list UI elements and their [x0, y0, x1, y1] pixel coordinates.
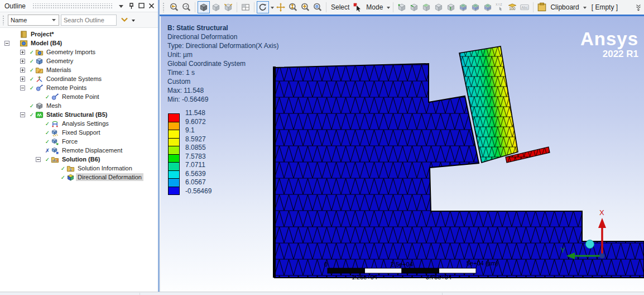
check-icon: ✓	[60, 174, 66, 180]
panel-menu-chevron-icon[interactable]	[117, 2, 126, 11]
mode-label[interactable]: Mode	[366, 3, 383, 11]
graphics-viewport[interactable]: X Y B: Static Structural Directional Def…	[161, 16, 644, 292]
check-icon: ✓	[45, 130, 50, 136]
pin-icon[interactable]	[127, 2, 136, 11]
wireframe-button[interactable]	[469, 1, 482, 13]
tree-item-geometry[interactable]: ✓ Geometry	[0, 56, 158, 65]
clipboard-icon[interactable]	[536, 1, 548, 13]
select-face-filter-button[interactable]	[420, 1, 432, 13]
rotate-dropdown-icon[interactable]	[270, 4, 275, 11]
ansys-release-text: 2022 R1	[580, 49, 638, 59]
tree-item-directional-deformation[interactable]: ✓ Directional Deformation	[0, 173, 158, 182]
tree-item-project[interactable]: Project*	[0, 30, 158, 39]
graphics-toolbar: Select Mode Clipboard [ Empty ]	[160, 0, 644, 15]
zoom-forward-button[interactable]	[180, 1, 193, 13]
filter-type-dropdown[interactable]: Name	[8, 15, 59, 26]
tree-item-force[interactable]: ✓ Force	[0, 137, 158, 146]
select-mode-cursor-icon[interactable]	[352, 1, 364, 13]
force-icon	[51, 137, 60, 146]
expand-expander-icon[interactable]	[20, 59, 25, 64]
expand-expander-icon[interactable]	[20, 68, 25, 73]
legend-value: 9.1	[185, 126, 212, 135]
tree-item-solution-information[interactable]: ✓ Solution Information	[0, 164, 158, 173]
status-bar	[0, 292, 644, 295]
tree-item-remote-point[interactable]: ✓ Remote Point	[0, 92, 158, 101]
collapse-expander-icon[interactable]	[4, 41, 9, 46]
tree-item-static-structural[interactable]: ✓ Static Structural (B5)	[0, 110, 158, 119]
collapse-expander-icon[interactable]	[20, 112, 25, 117]
toolbar-overflow-chevron-icon[interactable]	[634, 3, 643, 12]
clipboard-label[interactable]: Clipboard	[550, 3, 579, 11]
legend-swatch	[168, 138, 180, 147]
legend-swatch	[168, 122, 180, 131]
outline-panel: Outline Name	[0, 0, 160, 292]
select-vertex-filter-button[interactable]	[396, 1, 408, 13]
zoom-to-fit-button[interactable]	[311, 1, 324, 13]
tree-item-analysis-settings[interactable]: ✓ Analysis Settings	[0, 119, 158, 128]
manage-views-button[interactable]	[222, 1, 234, 13]
tag-button[interactable]	[518, 1, 531, 13]
select-body-filter-button[interactable]	[432, 1, 445, 13]
filter-more-icon[interactable]	[131, 17, 136, 23]
check-icon: ✓	[45, 94, 50, 100]
tree-item-model[interactable]: Model (B4)	[0, 39, 158, 47]
isometric-view-button[interactable]	[198, 1, 210, 13]
triad-x-label: X	[599, 208, 604, 217]
tree-item-mesh[interactable]: ✓ Mesh	[0, 101, 158, 110]
previous-view-button[interactable]	[210, 1, 222, 13]
tree-item-materials[interactable]: ✓ Materials	[0, 65, 158, 74]
zoom-in-button[interactable]	[299, 1, 311, 13]
unit-convert-button[interactable]	[506, 1, 518, 13]
tree-item-remote-displacement[interactable]: ✗ Remote Displacement	[0, 146, 158, 155]
collapse-expander-icon[interactable]	[36, 157, 41, 162]
pan-button[interactable]	[275, 1, 287, 13]
viewports-layout-button[interactable]	[239, 1, 252, 13]
tree-item-remote-points[interactable]: ✓ Remote Points	[0, 83, 158, 92]
search-options-chevron-icon[interactable]	[121, 17, 128, 23]
annotation-line: Directional Deformation	[167, 32, 278, 41]
check-icon: ✓	[60, 165, 66, 172]
show-mesh-button[interactable]	[457, 1, 469, 13]
toolbar-drag-handle[interactable]	[162, 2, 165, 12]
collapse-expander-icon[interactable]	[20, 85, 25, 91]
check-icon: ✓	[29, 58, 35, 64]
remote-point-icon	[51, 92, 60, 101]
close-icon[interactable]	[147, 2, 156, 11]
select-label: Select	[331, 3, 349, 11]
extend-selection-button[interactable]	[445, 1, 457, 13]
check-icon: ✓	[29, 67, 35, 73]
result-annotation: B: Static Structural Directional Deforma…	[167, 23, 278, 104]
expand-expander-icon[interactable]	[20, 77, 25, 82]
solution-information-icon	[66, 164, 76, 173]
chevron-down-icon	[51, 18, 56, 22]
rotate-button[interactable]	[257, 1, 269, 13]
select-edge-filter-button[interactable]	[408, 1, 420, 13]
selection-information-button[interactable]	[494, 1, 506, 13]
legend-value: 6.0567	[185, 178, 212, 187]
mode-dropdown-icon[interactable]	[386, 4, 391, 11]
legend-swatch	[168, 178, 180, 187]
tree-item-solution[interactable]: ✓ Solution (B6)	[0, 155, 158, 164]
annotation-line: Type: Directional Deformation(X Axis)	[167, 41, 278, 50]
search-outline-input[interactable]	[61, 15, 117, 26]
filter-type-value: Name	[11, 17, 51, 23]
check-icon: ✓	[45, 121, 50, 127]
ansys-brand-text: Ansys	[580, 30, 638, 49]
maximize-icon[interactable]	[137, 2, 146, 11]
zoom-back-button[interactable]	[168, 1, 180, 13]
expand-expander-icon[interactable]	[20, 50, 25, 55]
tree-item-fixed-support[interactable]: ✓ Fixed Support	[0, 128, 158, 137]
outline-filterbar: Name	[0, 12, 158, 28]
annotation-line: B: Static Structural	[167, 23, 278, 32]
tree-item-coordinate-systems[interactable]: ✓ Coordinate Systems	[0, 74, 158, 83]
check-icon: ✓	[29, 112, 35, 118]
show-vertices-button[interactable]	[482, 1, 494, 13]
scale-label-lower-right: 3.75e+04	[426, 274, 451, 280]
annotation-line: Min: -0.56469	[167, 95, 278, 104]
remote-point-marker[interactable]	[586, 240, 594, 249]
zoom-button[interactable]	[287, 1, 299, 13]
tree-item-geometry-imports[interactable]: ✓ Geometry Imports	[0, 47, 158, 56]
outline-titlebar: Outline	[0, 0, 158, 12]
clipboard-dropdown-icon[interactable]	[583, 4, 587, 11]
filterbar-drag-handle[interactable]	[2, 15, 5, 25]
